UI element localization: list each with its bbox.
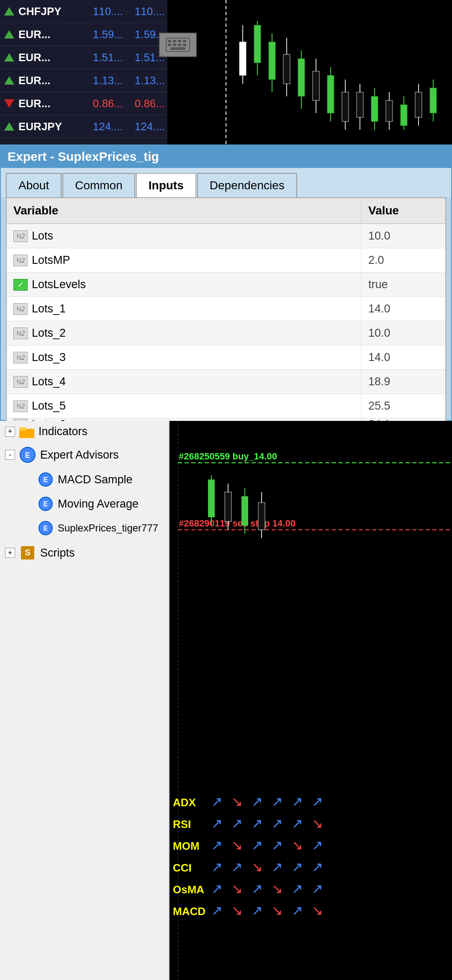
col-value: Value [362, 198, 445, 223]
svg-text:#268290119 sell stop 14.00: #268290119 sell stop 14.00 [179, 518, 295, 529]
nav-expand-scripts[interactable]: + [5, 548, 15, 558]
row-var-lots3: ½2 Lots_3 [7, 346, 362, 369]
svg-rect-16 [170, 47, 185, 50]
row-var-lotslevels: ✓ LotsLevels [7, 273, 362, 297]
row-val-lots5[interactable]: 25.5 [362, 394, 445, 418]
svg-rect-41 [401, 105, 407, 126]
market-name: EUR... [18, 97, 81, 110]
row-var-lots: ½2 Lots [7, 224, 362, 248]
market-row[interactable]: EUR... 1.59... 1.59... [0, 23, 172, 46]
tab-dependencies[interactable]: Dependencies [197, 173, 297, 197]
col-variable: Variable [7, 198, 362, 223]
svg-text:CCI: CCI [173, 861, 192, 874]
icon-v2: ½2 [13, 255, 28, 266]
nav-item-macd[interactable]: E MACD Sample [0, 467, 169, 492]
svg-rect-8 [168, 40, 171, 42]
svg-marker-1 [4, 30, 14, 39]
nav-item-scripts[interactable]: + S Scripts [0, 540, 169, 565]
svg-text:↗: ↗ [312, 794, 323, 809]
row-var-lots2: ½2 Lots_2 [7, 321, 362, 345]
icon-green: ✓ [13, 279, 28, 291]
svg-marker-3 [4, 76, 14, 85]
market-row[interactable]: EUR... 0.86... 0.86... [0, 92, 172, 115]
svg-text:↗: ↗ [252, 816, 263, 831]
row-val-lots[interactable]: 10.0 [362, 224, 445, 248]
svg-text:↘: ↘ [231, 881, 243, 896]
tab-common[interactable]: Common [62, 173, 135, 197]
svg-rect-25 [283, 54, 290, 84]
svg-rect-45 [430, 88, 437, 113]
svg-text:↗: ↗ [211, 816, 223, 831]
svg-text:S: S [25, 548, 30, 557]
svg-text:↗: ↗ [312, 881, 323, 896]
svg-text:↘: ↘ [231, 903, 243, 918]
tab-about[interactable]: About [6, 173, 62, 197]
svg-rect-47 [19, 427, 26, 431]
nav-item-expert-advisors[interactable]: - E Expert Advisors [0, 442, 169, 467]
market-price1: 124.... [81, 120, 123, 133]
market-row[interactable]: EUR... 1.65... 1.65... [0, 138, 172, 144]
svg-rect-11 [183, 40, 186, 42]
svg-rect-27 [298, 59, 305, 96]
nav-expand-experts[interactable]: - [5, 450, 15, 460]
row-val-lots3[interactable]: 14.0 [362, 346, 445, 369]
svg-text:↗: ↗ [272, 838, 283, 853]
row-val-lots1[interactable]: 14.0 [362, 297, 445, 321]
svg-text:↗: ↗ [292, 881, 303, 896]
row-val-lotslevels[interactable]: true [362, 273, 445, 297]
market-price1: 1.13... [81, 74, 123, 87]
icon-v2: ½2 [13, 230, 28, 242]
svg-rect-21 [254, 25, 261, 63]
svg-rect-66 [225, 492, 231, 521]
svg-text:↗: ↗ [312, 838, 323, 853]
svg-text:↗: ↗ [252, 881, 263, 896]
row-val-lots2[interactable]: 10.0 [362, 321, 445, 345]
nav-label-suplex: SuplexPrices_tiger777 [58, 522, 158, 534]
svg-text:E: E [44, 500, 48, 508]
arrow-icon [3, 121, 15, 132]
tab-inputs[interactable]: Inputs [136, 173, 196, 197]
table-row: ½2 Lots_4 18.9 [7, 370, 445, 394]
market-price1: 1.59... [81, 28, 123, 41]
market-price1: 1.51... [81, 51, 123, 64]
market-price1: 110.... [81, 5, 123, 18]
svg-text:E: E [25, 451, 30, 459]
svg-rect-43 [415, 92, 422, 117]
macd-icon: E [38, 472, 54, 487]
svg-text:↗: ↗ [312, 859, 323, 874]
row-val-lotsmp[interactable]: 2.0 [362, 248, 445, 272]
market-row[interactable]: EURJPY 124.... 124.... [0, 115, 172, 138]
svg-text:↘: ↘ [272, 903, 283, 918]
svg-text:↘: ↘ [272, 881, 283, 896]
table-row: ✓ LotsLevels true [7, 273, 445, 297]
nav-label-scripts: Scripts [40, 547, 75, 560]
market-list: CHFJPY 110.... 110.... EUR... 1.59... 1.… [0, 0, 172, 144]
market-row[interactable]: EUR... 1.13... 1.13... [0, 69, 172, 92]
nav-item-indicators[interactable]: + Indicators [0, 421, 169, 442]
svg-text:↗: ↗ [292, 859, 303, 874]
market-row[interactable]: CHFJPY 110.... 110.... [0, 0, 172, 23]
expert-dialog-title: Expert - SuplexPrices_tig [1, 145, 451, 168]
svg-text:↘: ↘ [292, 838, 303, 853]
row-var-lots4: ½2 Lots_4 [7, 370, 362, 394]
svg-text:↗: ↗ [252, 838, 263, 853]
arrow-icon [3, 28, 15, 40]
nav-expand-indicators[interactable]: + [5, 427, 15, 437]
svg-rect-31 [327, 75, 334, 113]
svg-text:↘: ↘ [312, 816, 323, 831]
nav-label-macd: MACD Sample [58, 473, 133, 486]
svg-text:OsMA: OsMA [173, 883, 204, 896]
nav-item-ma[interactable]: E Moving Average [0, 492, 169, 516]
market-row[interactable]: EUR... 1.51... 1.51... [0, 46, 172, 69]
svg-text:E: E [44, 525, 48, 532]
svg-text:↘: ↘ [252, 859, 263, 874]
svg-text:ADX: ADX [173, 796, 196, 809]
nav-item-suplex[interactable]: E SuplexPrices_tiger777 [0, 516, 169, 540]
market-price2: 0.86... [123, 97, 165, 110]
keyboard-button[interactable] [159, 33, 197, 57]
icon-v2: ½2 [13, 328, 28, 339]
svg-text:↗: ↗ [292, 903, 303, 918]
ma-icon: E [38, 496, 54, 512]
svg-rect-14 [178, 44, 181, 46]
row-val-lots4[interactable]: 18.9 [362, 370, 445, 394]
